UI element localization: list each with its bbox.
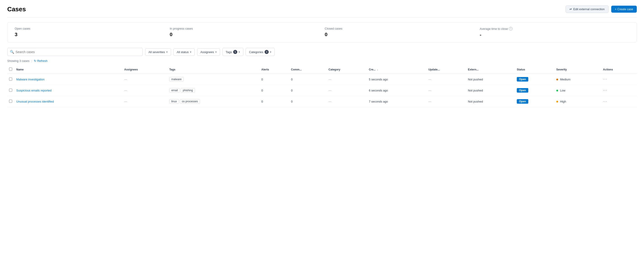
tag-pill: phishing — [181, 88, 195, 92]
case-name-link[interactable]: Suspicious emails reported — [16, 89, 52, 92]
table-row: Unusual processes identified — linuxos p… — [7, 96, 637, 107]
status-badge: Open — [517, 88, 528, 92]
filters-row: 🔍 All severities ▾ All status ▾ Assignee… — [7, 48, 637, 56]
actions-menu-icon[interactable]: ··· — [603, 88, 608, 92]
row-alerts: 0 — [260, 85, 289, 96]
create-case-button[interactable]: + Create case — [611, 6, 637, 13]
col-external: Extern... — [466, 65, 515, 74]
tags-filter[interactable]: Tags 5 ▾ — [222, 48, 243, 56]
row-comments: 0 — [289, 85, 327, 96]
col-status: Status — [515, 65, 554, 74]
row-external: Not pushed — [466, 96, 515, 107]
row-status: Open — [515, 96, 554, 107]
avg-time-info-icon[interactable]: ? — [509, 27, 512, 30]
severity-dot — [556, 90, 558, 92]
row-created: 6 seconds ago — [367, 85, 426, 96]
table-row: Suspicious emails reported — emailphishi… — [7, 85, 637, 96]
col-severity: Severity — [554, 65, 601, 74]
categories-filter[interactable]: Categories 0 ▾ — [246, 48, 275, 56]
select-all-header[interactable] — [7, 65, 14, 74]
search-input[interactable] — [7, 48, 143, 56]
open-cases-value: 3 — [15, 32, 159, 38]
actions-menu-icon[interactable]: ··· — [603, 77, 608, 81]
row-comments: 0 — [289, 74, 327, 85]
row-actions[interactable]: ··· — [601, 85, 637, 96]
row-updated: — — [426, 96, 466, 107]
row-tags: malware — [168, 74, 260, 85]
cases-table: Name Assignees Tags Alerts Comm... Categ… — [7, 65, 637, 107]
closed-cases-value: 0 — [325, 32, 469, 38]
assignees-filter[interactable]: Assignees ▾ — [197, 48, 220, 56]
col-category: Category — [327, 65, 367, 74]
assignees-chevron-icon: ▾ — [215, 50, 217, 54]
col-created[interactable]: Cre... ↓ — [367, 65, 426, 74]
tag-pill: linux — [169, 99, 179, 104]
severity-filter[interactable]: All severities ▾ — [145, 48, 171, 56]
row-checkbox-cell[interactable] — [7, 96, 14, 107]
in-progress-value: 0 — [170, 32, 314, 38]
col-name: Name — [14, 65, 122, 74]
status-filter[interactable]: All status ▾ — [173, 48, 195, 56]
open-cases-stat: Open cases 3 — [15, 27, 164, 38]
row-category: — — [327, 85, 367, 96]
row-severity: High — [554, 96, 601, 107]
row-name: Unusual processes identified — [14, 96, 122, 107]
edit-external-connection-button[interactable]: ⇌ Edit external connection — [566, 6, 608, 13]
avg-time-label: Average time to close ? — [480, 27, 624, 30]
row-created: 7 seconds ago — [367, 96, 426, 107]
row-tags: emailphishing — [168, 85, 260, 96]
row-status: Open — [515, 85, 554, 96]
in-progress-stat: In progress cases 0 — [164, 27, 319, 38]
select-all-checkbox[interactable] — [9, 68, 12, 71]
row-comments: 0 — [289, 96, 327, 107]
col-updated: Update... — [426, 65, 466, 74]
row-category: — — [327, 74, 367, 85]
header-actions: ⇌ Edit external connection + Create case — [566, 6, 637, 13]
case-name-link[interactable]: Unusual processes identified — [16, 100, 54, 103]
row-tags: linuxos processes — [168, 96, 260, 107]
tags-count-badge: 5 — [233, 50, 237, 54]
categories-count-badge: 0 — [264, 50, 269, 54]
row-category: — — [327, 96, 367, 107]
categories-chevron-icon: ▾ — [270, 50, 272, 54]
connection-icon: ⇌ — [570, 8, 572, 11]
case-name-link[interactable]: Malware investigation — [16, 78, 44, 81]
row-name: Malware investigation — [14, 74, 122, 85]
row-assignees: — — [122, 85, 168, 96]
row-checkbox[interactable] — [9, 78, 12, 81]
tags-chevron-icon: ▾ — [238, 50, 240, 54]
page-header: Cases ⇌ Edit external connection + Creat… — [7, 6, 637, 13]
open-cases-label: Open cases — [15, 27, 159, 30]
row-severity: Medium — [554, 74, 601, 85]
separator: | — [31, 59, 32, 62]
row-external: Not pushed — [466, 74, 515, 85]
tag-pill: malware — [169, 77, 184, 82]
row-assignees: — — [122, 96, 168, 107]
severity-dot — [556, 78, 558, 80]
row-actions[interactable]: ··· — [601, 96, 637, 107]
row-checkbox[interactable] — [9, 100, 12, 103]
row-updated: — — [426, 85, 466, 96]
in-progress-label: In progress cases — [170, 27, 314, 30]
page-title: Cases — [7, 6, 26, 13]
stats-card: Open cases 3 In progress cases 0 Closed … — [7, 22, 637, 42]
row-name: Suspicious emails reported — [14, 85, 122, 96]
row-external: Not pushed — [466, 85, 515, 96]
closed-cases-label: Closed cases — [325, 27, 469, 30]
status-badge: Open — [517, 99, 528, 104]
col-assignees: Assignees — [122, 65, 168, 74]
col-alerts: Alerts — [260, 65, 289, 74]
refresh-button[interactable]: ↻ Refresh — [34, 59, 48, 62]
row-assignees: — — [122, 74, 168, 85]
col-actions: Actions — [601, 65, 637, 74]
status-badge: Open — [517, 77, 528, 82]
showing-row: Showing 3 cases | ↻ Refresh — [7, 59, 637, 62]
row-checkbox-cell[interactable] — [7, 85, 14, 96]
row-alerts: 0 — [260, 74, 289, 85]
row-actions[interactable]: ··· — [601, 74, 637, 85]
row-checkbox[interactable] — [9, 88, 12, 92]
actions-menu-icon[interactable]: ··· — [603, 100, 608, 103]
search-wrapper: 🔍 — [7, 48, 143, 56]
row-checkbox-cell[interactable] — [7, 74, 14, 85]
table-header-row: Name Assignees Tags Alerts Comm... Categ… — [7, 65, 637, 74]
